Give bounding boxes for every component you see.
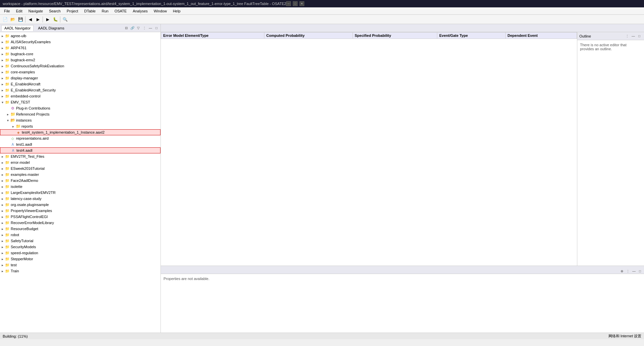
- tree-item-robot[interactable]: ▸📁robot: [0, 232, 160, 238]
- toolbar-search[interactable]: 🔍: [61, 16, 69, 23]
- tree-item-embedded-control[interactable]: ▸📁embedded-control: [0, 93, 160, 99]
- tree-item-referenced-projects[interactable]: ▸📁Referenced Projects: [0, 111, 160, 117]
- new-console-button[interactable]: ⊕: [619, 268, 625, 274]
- tree-item-E_EnabledAircraft[interactable]: ▸📁E_EnabledAircraft: [0, 81, 160, 87]
- tree-item-ARP4761[interactable]: ▸📁ARP4761: [0, 45, 160, 51]
- tree-item-ALISASecurityExamples[interactable]: ▸📁ALISASecurityExamples: [0, 39, 160, 45]
- tree-toggle[interactable]: ▸: [0, 191, 5, 195]
- tree-item-ESweek2016Tutorial[interactable]: ▸📁ESweek2016Tutorial: [0, 165, 160, 171]
- menu-navigate[interactable]: Navigate: [26, 8, 46, 14]
- minimize-button[interactable]: ─: [286, 1, 291, 6]
- tree-toggle[interactable]: ▸: [0, 179, 5, 183]
- tree-item-instances[interactable]: ▾📂instances: [0, 117, 160, 123]
- tree-toggle[interactable]: ▸: [0, 58, 5, 62]
- tree-item-PropertyViewerExamples[interactable]: ▸📁PropertyViewerExamples: [0, 208, 160, 214]
- tree-item-EMV_TEST[interactable]: ▾📁EMV_TEST: [0, 99, 160, 105]
- tree-item-EMV2TR_Test_Files[interactable]: ▸📁EMV2TR_Test_Files: [0, 153, 160, 159]
- tree-item-plugin-contributions[interactable]: ⚙Plug-in Contributions: [0, 105, 160, 111]
- tree-item-isolette[interactable]: ▸📁isolette: [0, 184, 160, 190]
- tree-toggle[interactable]: ▸: [0, 76, 5, 80]
- outline-maximize[interactable]: □: [637, 33, 642, 39]
- tree-item-agree-ulb[interactable]: ▸📁agree-ulb: [0, 33, 160, 39]
- tab-aadl-diagrams[interactable]: AADL Diagrams: [35, 25, 67, 31]
- collapse-all-button[interactable]: ⊟: [124, 25, 129, 31]
- tree-toggle[interactable]: ▸: [11, 125, 15, 128]
- tree-toggle[interactable]: ▸: [0, 269, 5, 273]
- tree-item-LargeExamplesforEMV2TR[interactable]: ▸📁LargeExamplesforEMV2TR: [0, 190, 160, 196]
- menu-run[interactable]: Run: [99, 8, 111, 14]
- navigator-tree[interactable]: ▸📁agree-ulb▸📁ALISASecurityExamples▸📁ARP4…: [0, 32, 160, 333]
- close-button[interactable]: ✕: [300, 1, 304, 6]
- toolbar-save[interactable]: 💾: [17, 16, 24, 23]
- menu-help[interactable]: Help: [170, 8, 183, 14]
- tree-item-examples-master[interactable]: ▸📁examples-master: [0, 171, 160, 178]
- menu-osate[interactable]: OSATE: [112, 8, 129, 14]
- tree-item-RecoverErrorModelLibrary[interactable]: ▸📁RecoverErrorModelLibrary: [0, 220, 160, 226]
- menu-search[interactable]: Search: [46, 8, 63, 14]
- tree-item-SecurityModels[interactable]: ▸📁SecurityModels: [0, 244, 160, 250]
- tree-item-PSSAFlightControlEGI[interactable]: ▸📁PSSAFlightControlEGI: [0, 214, 160, 220]
- minimize-panel-button[interactable]: —: [148, 25, 153, 31]
- tree-toggle[interactable]: ▸: [0, 215, 5, 219]
- tree-toggle[interactable]: ▸: [0, 245, 5, 249]
- tree-item-StepperMotor[interactable]: ▸📁StepperMotor: [0, 256, 160, 262]
- toolbar-back[interactable]: ◀: [26, 16, 34, 23]
- menu-dtable[interactable]: DTable: [81, 8, 98, 14]
- tree-item-Face2AadlDemo[interactable]: ▸📁Face2AadlDemo: [0, 178, 160, 184]
- filter-button[interactable]: ▽: [136, 25, 141, 31]
- tab-aadl-navigator[interactable]: AADL Navigator: [1, 25, 34, 31]
- tree-toggle[interactable]: ▸: [0, 161, 5, 164]
- tree-toggle[interactable]: ▸: [0, 257, 5, 261]
- maximize-button[interactable]: □: [293, 1, 298, 6]
- tree-toggle[interactable]: ▸: [0, 94, 5, 98]
- tree-toggle[interactable]: ▸: [0, 197, 5, 201]
- tree-item-test1.aadl[interactable]: Atest1.aadl: [0, 141, 160, 147]
- menu-window[interactable]: Window: [151, 8, 170, 14]
- tree-item-SafetyTutorial[interactable]: ▸📁SafetyTutorial: [0, 238, 160, 244]
- tree-toggle[interactable]: ▸: [0, 233, 5, 237]
- tree-toggle[interactable]: ▸: [0, 52, 5, 56]
- bottom-maximize[interactable]: □: [637, 268, 643, 274]
- tree-item-E_EnabledAircraft_Security[interactable]: ▸📁E_EnabledAircraft_Security: [0, 87, 160, 93]
- tree-toggle[interactable]: ▸: [0, 40, 5, 44]
- link-editor-button[interactable]: 🔗: [130, 25, 135, 31]
- tree-item-error-model[interactable]: ▸📁error-model: [0, 159, 160, 165]
- tree-item-ContinuousSafetyRiskEvaluation[interactable]: ▸📁ContinuousSafetyRiskEvaluation: [0, 63, 160, 69]
- tree-item-org.osate.pluginsample[interactable]: ▸📁org.osate.pluginsample: [0, 202, 160, 208]
- tree-toggle[interactable]: ▸: [0, 239, 5, 243]
- tree-toggle[interactable]: ▸: [0, 46, 5, 50]
- maximize-panel-button[interactable]: □: [154, 25, 159, 31]
- tree-toggle[interactable]: ▸: [0, 155, 5, 158]
- tree-item-test4_system_1_implementation_1_Instance.aaxl2[interactable]: ◈test4_system_1_implementation_1_Instanc…: [0, 129, 160, 135]
- tree-item-latency-case-study[interactable]: ▸📁latency-case-study: [0, 196, 160, 202]
- tree-toggle[interactable]: ▸: [0, 167, 5, 170]
- tree-toggle[interactable]: ▸: [0, 185, 5, 189]
- toolbar-run[interactable]: ▶: [44, 16, 51, 23]
- outline-menu[interactable]: ⋮: [625, 33, 630, 39]
- tree-toggle[interactable]: ▸: [0, 203, 5, 207]
- tree-item-display-manager[interactable]: ▸📁display-manager: [0, 75, 160, 81]
- tree-item-bugtrack-emv2[interactable]: ▸📁bugtrack-emv2: [0, 57, 160, 63]
- tree-item-speed-regulation[interactable]: ▸📁speed-regulation: [0, 250, 160, 256]
- tree-item-representations.aird[interactable]: ◇representations.aird: [0, 135, 160, 141]
- tree-item-bugtrack-core[interactable]: ▸📁bugtrack-core: [0, 51, 160, 57]
- tree-item-Train[interactable]: ▸📁Train: [0, 268, 160, 274]
- tree-toggle[interactable]: ▸: [0, 173, 5, 177]
- tree-toggle[interactable]: ▸: [0, 70, 5, 74]
- status-network[interactable]: 网络和 Internet 设置: [608, 334, 641, 339]
- tree-toggle[interactable]: ▸: [0, 209, 5, 213]
- tree-toggle[interactable]: ▸: [0, 88, 5, 92]
- tree-item-reports[interactable]: ▸📁reports: [0, 123, 160, 129]
- tree-toggle[interactable]: ▸: [0, 221, 5, 225]
- tree-toggle[interactable]: ▸: [0, 34, 5, 38]
- toolbar-open[interactable]: 📂: [9, 16, 16, 23]
- toolbar-forward[interactable]: ▶: [34, 16, 42, 23]
- bottom-menu-button[interactable]: ⋮: [625, 268, 631, 274]
- menu-project[interactable]: Project: [64, 8, 81, 14]
- outline-minimize[interactable]: —: [631, 33, 636, 39]
- tree-toggle[interactable]: ▸: [0, 251, 5, 255]
- bottom-minimize[interactable]: —: [631, 268, 637, 274]
- tree-toggle[interactable]: ▸: [0, 263, 5, 267]
- tree-item-core-examples[interactable]: ▸📁core-examples: [0, 69, 160, 75]
- tree-toggle[interactable]: ▸: [0, 227, 5, 231]
